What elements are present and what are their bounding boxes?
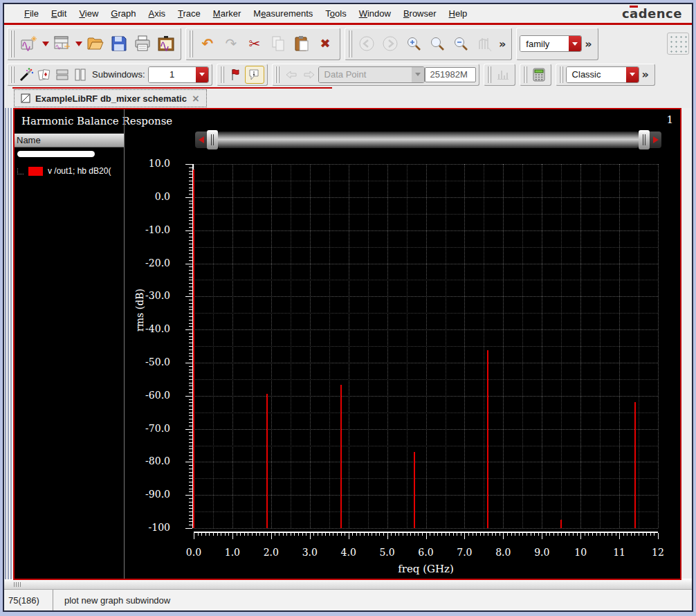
name-panel-scrollbar-thumb[interactable]	[17, 151, 95, 157]
export-image-button[interactable]	[154, 32, 178, 55]
family-dropdown-icon[interactable]	[569, 36, 581, 51]
menu-trace[interactable]: Trace	[172, 7, 207, 20]
menu-browser[interactable]: Browser	[397, 7, 443, 20]
y-tick	[189, 313, 192, 314]
calculator-icon	[532, 68, 546, 82]
prev-point-button[interactable]	[282, 66, 300, 83]
y-tick-label: 0.0	[126, 191, 170, 202]
wizard-button[interactable]	[17, 66, 35, 83]
y-tick-label: -50.0	[126, 356, 170, 368]
subwindows-dropdown-icon[interactable]	[196, 67, 208, 82]
name-panel-divider[interactable]	[124, 109, 125, 579]
y-tick	[189, 502, 192, 502]
legend-item[interactable]: v /out1; hb dB20(	[17, 166, 120, 176]
print-button[interactable]	[131, 32, 154, 55]
menu-window[interactable]: Window	[353, 7, 397, 20]
point-count-field[interactable]: 251982M	[425, 67, 476, 82]
info-balloon-button[interactable]	[245, 66, 264, 84]
new-subwindow-dropdown-icon[interactable]	[75, 42, 82, 46]
y-tick	[189, 491, 192, 492]
next-point-button[interactable]	[300, 66, 318, 83]
style-select[interactable]: Classic	[566, 66, 639, 83]
cut-button[interactable]: ✂	[243, 32, 266, 55]
subwindows-select[interactable]: 1	[148, 66, 209, 83]
horizontal-split-button[interactable]	[53, 66, 71, 83]
y-tick	[189, 194, 192, 194]
undo-button[interactable]: ↶	[196, 32, 219, 55]
y-tick-label: -60.0	[126, 390, 170, 401]
menu-axis[interactable]: Axis	[142, 7, 172, 20]
subwindows-label: Subwindows:	[89, 69, 148, 80]
bottom-panel-splitter[interactable]	[4, 579, 692, 590]
toolbar-overflow-icon[interactable]: »	[639, 68, 652, 81]
histogram-button[interactable]	[494, 66, 512, 83]
x-tick	[329, 533, 330, 536]
y-tick	[185, 528, 192, 529]
flag-button[interactable]	[227, 66, 245, 83]
redo-button[interactable]: ↷	[219, 32, 243, 55]
toolbar-overflow-icon[interactable]: »	[496, 37, 509, 51]
left-panel-splitter[interactable]	[5, 108, 12, 579]
vertical-split-button[interactable]	[71, 66, 89, 83]
x-tick	[461, 533, 461, 536]
plot-canvas[interactable]: rms (dB) freq (GHz) 10.00.0-10.0-20.0-30…	[194, 164, 658, 528]
zoom-fit-button[interactable]	[425, 32, 449, 55]
x-tick-label: 9.0	[528, 547, 556, 558]
new-graph-window-button[interactable]	[17, 32, 41, 55]
x-tick	[422, 533, 423, 536]
toolbar-grip[interactable]	[559, 66, 564, 83]
slider-track[interactable]	[218, 132, 639, 148]
paste-button[interactable]	[290, 32, 313, 55]
menu-help[interactable]: Help	[443, 7, 474, 20]
menu-measurements[interactable]: Measurements	[247, 7, 319, 20]
x-tick	[372, 533, 372, 536]
toolbar-grip[interactable]	[10, 30, 15, 57]
menu-view[interactable]: View	[73, 7, 104, 20]
toolbar-grip[interactable]	[487, 66, 492, 83]
menu-tools[interactable]: Tools	[319, 7, 352, 20]
graph-tab-icon	[21, 93, 30, 103]
y-tick	[189, 435, 192, 436]
legend-expander-icon[interactable]	[17, 168, 24, 174]
zoom-out-button[interactable]	[449, 32, 473, 55]
slider-right-arrow[interactable]	[650, 132, 661, 148]
menu-marker[interactable]: Marker	[207, 7, 247, 20]
toolbar-overflow-icon[interactable]: »	[582, 37, 594, 51]
toolbar-grip[interactable]	[348, 30, 353, 57]
menu-edit[interactable]: Edit	[45, 7, 73, 20]
toolbar-grip[interactable]	[523, 66, 528, 83]
calculator-button[interactable]	[530, 66, 548, 83]
save-button[interactable]	[107, 32, 131, 55]
band-zoom-button[interactable]	[473, 32, 496, 55]
toolbar-grip[interactable]	[189, 30, 194, 57]
datapoint-dropdown-icon[interactable]	[412, 67, 424, 82]
forward-button[interactable]	[378, 32, 402, 55]
x-tick	[658, 533, 659, 539]
menu-graph[interactable]: Graph	[104, 7, 142, 20]
back-button[interactable]	[355, 32, 378, 55]
toolbar-grip[interactable]	[220, 66, 225, 83]
datapoint-select[interactable]: Data Point	[318, 66, 425, 83]
open-button[interactable]	[84, 32, 107, 55]
tab-example-librf[interactable]: ExampleLibRF db_mixer schematic ×	[14, 89, 207, 107]
tabbar: ExampleLibRF db_mixer schematic ×	[4, 87, 692, 108]
x-range-slider[interactable]	[195, 130, 661, 150]
y-tick-label: -80.0	[126, 455, 170, 466]
family-mode-select[interactable]: family	[520, 35, 582, 52]
tab-close-icon[interactable]: ×	[192, 93, 200, 104]
slider-left-handle[interactable]	[207, 130, 218, 150]
slider-left-arrow[interactable]	[195, 132, 207, 148]
y-tick	[189, 472, 192, 473]
copy-button[interactable]	[266, 32, 290, 55]
new-subwindow-button[interactable]	[51, 32, 74, 55]
cards-view-button[interactable]	[35, 66, 53, 83]
style-dropdown-icon[interactable]	[626, 67, 639, 82]
menu-file[interactable]: File	[18, 7, 45, 20]
delete-button[interactable]: ✖	[313, 32, 337, 55]
y-tick	[189, 439, 192, 440]
slider-right-handle[interactable]	[639, 130, 650, 150]
toolbar-grip[interactable]	[275, 66, 280, 83]
zoom-in-button[interactable]	[402, 32, 425, 55]
toolbar-grip[interactable]	[10, 66, 15, 83]
new-graph-dropdown-icon[interactable]	[42, 42, 49, 46]
